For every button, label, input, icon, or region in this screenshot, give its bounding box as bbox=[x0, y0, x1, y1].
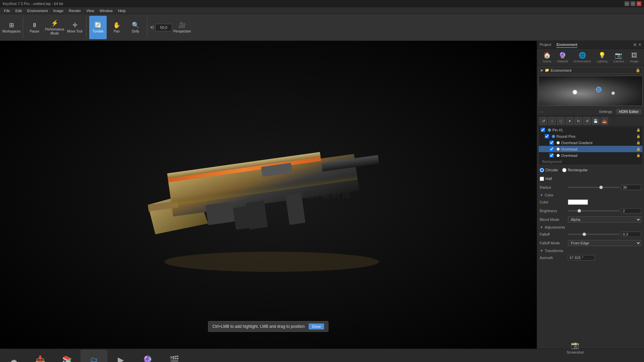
color-section-header[interactable]: ▼ Color bbox=[540, 193, 641, 197]
falloff-mode-label: Falloff Mode bbox=[540, 241, 567, 245]
light-item-overhead-1[interactable]: Overhead 🔒 bbox=[539, 146, 642, 152]
half-checkbox[interactable]: Half bbox=[540, 177, 552, 181]
hdri-tool-reset[interactable]: ↺ bbox=[540, 117, 547, 125]
dolly-button[interactable]: 🔍 Dolly bbox=[127, 16, 144, 39]
hdri-tabs: ··· Settings HDRI Editor bbox=[537, 107, 644, 116]
menu-view[interactable]: View bbox=[84, 7, 97, 14]
light-check-overhead-1[interactable] bbox=[549, 147, 554, 151]
pan-button[interactable]: ✋ Pan bbox=[108, 16, 125, 39]
adjustments-label: Adjustments bbox=[545, 225, 565, 229]
import-button[interactable]: 📥 Import bbox=[27, 350, 54, 362]
material-tab-button[interactable]: 🔮 Material bbox=[555, 50, 570, 64]
image-tab-button[interactable]: 🖼 Image bbox=[628, 51, 640, 64]
adjustments-section-header[interactable]: ▼ Adjustments bbox=[540, 225, 641, 229]
hdri-tool-rotate-ccw[interactable]: ↺ bbox=[583, 117, 591, 125]
pan-label: Pan bbox=[114, 29, 120, 33]
light-name-overhead-gradient: Overhead Gradient bbox=[561, 141, 593, 145]
environment-tab-button[interactable]: 🌐 Environment bbox=[572, 50, 593, 64]
move-tool-button[interactable]: ✛ Move Tool bbox=[66, 16, 84, 39]
workspaces-button[interactable]: ⊞ Workspaces bbox=[3, 16, 20, 39]
light-item-background[interactable]: Background bbox=[539, 159, 642, 165]
num-input-icon: ⟲ bbox=[150, 25, 154, 30]
light-item-overhead-gradient[interactable]: Overhead Gradient 🔒 bbox=[539, 139, 642, 146]
blend-mode-select[interactable]: Alpha Add Multiply bbox=[568, 217, 641, 223]
lighting-tab-button[interactable]: 💡 Lighting bbox=[595, 50, 609, 64]
hdri-tool-rotate-cw[interactable]: ↻ bbox=[575, 117, 582, 125]
tab-project[interactable]: Project bbox=[540, 42, 551, 48]
camera-tab-button[interactable]: 📷 Camera bbox=[611, 50, 626, 64]
menu-edit[interactable]: Edit bbox=[13, 7, 24, 14]
performance-mode-button[interactable]: ⚡ Performance Mode bbox=[45, 16, 65, 39]
menu-window[interactable]: Window bbox=[97, 7, 115, 14]
azimuth-input[interactable] bbox=[568, 255, 595, 260]
env-folder-icon: 📁 bbox=[545, 68, 549, 72]
light-check-overhead-2[interactable] bbox=[549, 153, 554, 158]
animation-button[interactable]: ▶ Animation bbox=[107, 350, 134, 362]
tumble-button[interactable]: 🔄 Tumble bbox=[89, 16, 107, 39]
rectangular-radio[interactable]: Rectangular bbox=[562, 168, 588, 172]
hdri-dot-1[interactable] bbox=[573, 90, 577, 95]
transforms-section-header[interactable]: ▼ Transforms bbox=[540, 249, 641, 253]
perspective-value-input[interactable] bbox=[155, 24, 172, 31]
keyshot-vr-button[interactable]: 🔮 KeyShotVR bbox=[134, 350, 161, 362]
hdri-editor-tab[interactable]: HDRI Editor bbox=[616, 109, 641, 114]
menu-render[interactable]: Render bbox=[66, 7, 84, 14]
falloff-input[interactable] bbox=[621, 232, 641, 237]
light-item-overhead-2[interactable]: Overhead 🔒 bbox=[539, 152, 642, 159]
hdri-preview[interactable] bbox=[538, 76, 643, 106]
radius-input[interactable] bbox=[621, 185, 641, 190]
menu-help[interactable]: Help bbox=[115, 7, 128, 14]
light-check-roundpins[interactable] bbox=[545, 134, 549, 138]
menu-environment[interactable]: Environment bbox=[24, 7, 51, 14]
falloff-slider[interactable] bbox=[568, 234, 620, 235]
library-button[interactable]: 📚 Library bbox=[54, 350, 80, 362]
hdri-tool-square[interactable]: □ bbox=[557, 117, 565, 125]
menu-file[interactable]: File bbox=[1, 7, 13, 14]
rectangular-radio-input[interactable] bbox=[562, 168, 567, 172]
tab-environment[interactable]: Environment bbox=[556, 42, 577, 48]
panel-tabs: Project Environment bbox=[540, 42, 577, 48]
radius-slider[interactable] bbox=[568, 187, 620, 188]
separator-3 bbox=[147, 17, 147, 38]
half-checkbox-input[interactable] bbox=[540, 177, 544, 181]
screenshot-button[interactable]: 📸 Screenshot bbox=[567, 341, 584, 354]
light-check-pin1[interactable] bbox=[541, 128, 545, 132]
render-button[interactable]: 🎬 Render bbox=[161, 350, 188, 362]
cloud-library-button[interactable]: ☁ Cloud Library bbox=[0, 350, 27, 362]
brightness-slider[interactable] bbox=[568, 210, 620, 212]
perspective-button[interactable]: 🎥 Perspective bbox=[173, 16, 191, 39]
light-check-overhead-gradient[interactable] bbox=[549, 140, 554, 145]
viewport[interactable]: 人人素材库 人人素材库 人人素材库 bbox=[0, 41, 537, 349]
settings-tab[interactable]: Settings bbox=[596, 109, 615, 114]
minimize-button[interactable]: — bbox=[625, 1, 629, 6]
panel-close-icon[interactable]: ✕ bbox=[638, 43, 641, 47]
maximize-button[interactable]: □ bbox=[631, 1, 635, 6]
falloff-mode-select[interactable]: From Edge From Center bbox=[568, 240, 641, 246]
env-lock-icon: 🔒 bbox=[636, 68, 640, 72]
image-icon: 🖼 bbox=[631, 52, 637, 59]
panel-expand-icon[interactable]: ⧉ bbox=[634, 43, 636, 47]
circular-radio-input[interactable] bbox=[540, 168, 544, 172]
light-item-roundpins[interactable]: Round Pins 🔒 bbox=[539, 133, 642, 139]
color-swatch[interactable] bbox=[568, 199, 588, 205]
hdri-tool-star[interactable]: ✦ bbox=[566, 117, 573, 125]
hdri-tool-save[interactable]: 💾 bbox=[592, 117, 599, 125]
env-expand-arrow[interactable]: ▶ bbox=[541, 68, 543, 72]
hdri-dot-2[interactable] bbox=[596, 87, 601, 92]
light-item-pin1[interactable]: Pin #1 🔒 bbox=[539, 127, 642, 133]
menu-image[interactable]: Image bbox=[50, 7, 66, 14]
gun-model bbox=[138, 114, 399, 275]
tumble-label: Tumble bbox=[93, 29, 104, 33]
scene-tab-button[interactable]: 🏠 Scene bbox=[541, 50, 553, 64]
project-button[interactable]: 🗂 Project bbox=[80, 350, 107, 362]
circular-radio[interactable]: Circular bbox=[540, 168, 558, 172]
hdri-dot-3[interactable] bbox=[611, 92, 615, 95]
close-button[interactable]: ✕ bbox=[637, 1, 641, 6]
hdri-tool-circle[interactable]: ○ bbox=[548, 117, 556, 125]
hdri-tool-export[interactable]: 📤 bbox=[601, 117, 608, 125]
pause-button[interactable]: ⏸ Pause bbox=[26, 16, 43, 39]
falloff-label: Falloff bbox=[540, 232, 567, 236]
brightness-label: Brightness bbox=[540, 209, 567, 213]
brightness-input[interactable] bbox=[621, 208, 641, 214]
done-button[interactable]: Done bbox=[309, 323, 324, 329]
